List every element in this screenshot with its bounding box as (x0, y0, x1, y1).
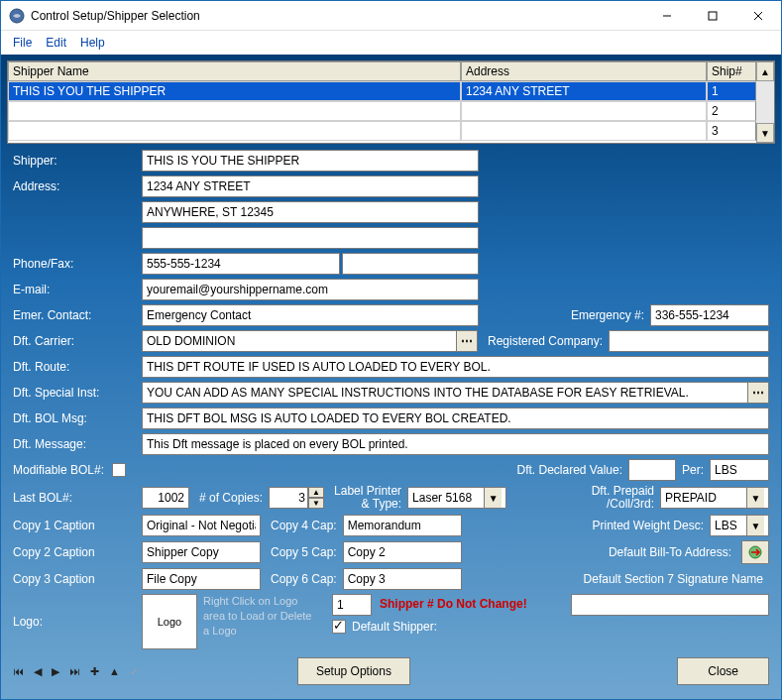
label-dft-bol-msg: Dft. BOL Msg: (13, 411, 142, 425)
logo-drop-area[interactable]: Logo (142, 594, 197, 649)
grid-row[interactable]: 3 (8, 121, 756, 141)
app-icon (9, 8, 25, 24)
dft-carrier-field[interactable] (142, 330, 457, 352)
grid-col-address[interactable]: Address (461, 61, 707, 81)
label-dft-route: Dft. Route: (13, 360, 142, 374)
reg-company-field[interactable] (609, 330, 769, 352)
label-phone: Phone/Fax: (13, 257, 142, 271)
printed-weight-select[interactable]: LBS▼ (710, 515, 769, 536)
chevron-down-icon: ▼ (746, 488, 764, 508)
sec7-name-field[interactable] (571, 594, 769, 616)
chevron-down-icon: ▼ (746, 516, 764, 535)
mod-bol-checkbox[interactable] (112, 463, 126, 477)
scroll-down-icon[interactable]: ▼ (756, 123, 774, 143)
shipper-number-field[interactable] (332, 594, 372, 616)
label-copy3: Copy 3 Caption (13, 572, 142, 586)
decl-val-field[interactable] (628, 459, 676, 481)
nav-add-icon[interactable]: ✚ (90, 665, 99, 678)
copy5-field[interactable] (343, 541, 462, 563)
shipper-field[interactable] (142, 150, 479, 172)
per-field[interactable] (710, 459, 769, 481)
address1-field[interactable] (142, 175, 479, 197)
phone-field[interactable] (142, 253, 340, 275)
nav-next-icon[interactable]: ▶ (52, 665, 59, 678)
close-button[interactable]: Close (677, 657, 769, 685)
grid-row[interactable]: THIS IS YOU THE SHIPPER 1234 ANY STREET … (8, 81, 756, 101)
close-window-button[interactable] (735, 1, 781, 31)
copy4-field[interactable] (343, 515, 462, 536)
nav-prev-icon[interactable]: ◀ (34, 665, 42, 678)
label-label-printer: Label Printer & Type: (324, 485, 407, 511)
menu-file[interactable]: File (13, 36, 32, 50)
fax-field[interactable] (342, 253, 479, 275)
grid-header: Shipper Name Address Ship# (8, 61, 756, 81)
label-default-billto: Default Bill-To Address: (599, 545, 737, 559)
logo-hint-text: Right Click on Logo area to Load or Dele… (203, 594, 312, 639)
client-area: Shipper Name Address Ship# THIS IS YOU T… (1, 55, 781, 699)
label-email: E-mail: (13, 283, 142, 296)
spin-up-icon[interactable]: ▲ (308, 487, 324, 498)
label-dft-special: Dft. Special Inst: (13, 386, 142, 400)
shipper-grid: Shipper Name Address Ship# THIS IS YOU T… (7, 60, 775, 144)
grid-col-shipno[interactable]: Ship# (707, 61, 756, 81)
nav-post-icon[interactable]: ✓ (130, 665, 139, 678)
setup-options-button[interactable]: Setup Options (297, 657, 410, 685)
email-field[interactable] (142, 279, 479, 300)
label-dft-prepaid: Dft. Prepaid /Coll/3rd: (582, 485, 660, 511)
window-frame: Control Setup/Shipper Selection File Edi… (0, 0, 782, 700)
grid-col-shipper[interactable]: Shipper Name (8, 61, 461, 81)
label-decl-val: Dft. Declared Value: (506, 463, 628, 477)
default-shipper-checkbox[interactable] (332, 620, 346, 634)
label-default-shipper: Default Shipper: (346, 620, 443, 634)
label-copies: # of Copies: (189, 491, 269, 505)
copy6-field[interactable] (343, 568, 462, 590)
dft-prepaid-select[interactable]: PREPAID▼ (660, 487, 769, 509)
nav-last-icon[interactable]: ⏭ (69, 665, 80, 677)
carrier-lookup-button[interactable]: ⋯ (456, 330, 478, 352)
nav-edit-icon[interactable]: ▲ (109, 665, 120, 677)
titlebar: Control Setup/Shipper Selection (1, 1, 781, 31)
label-printed-weight: Printed Weight Desc: (583, 519, 711, 532)
label-copy6: Copy 6 Cap: (261, 572, 343, 586)
grid-scrollbar[interactable]: ▲ ▼ (756, 61, 774, 143)
label-address: Address: (13, 179, 142, 193)
label-mod-bol: Modifiable BOL#: (13, 463, 112, 477)
minimize-button[interactable] (644, 1, 690, 31)
dft-message-field[interactable] (142, 433, 769, 455)
dft-bol-msg-field[interactable] (142, 408, 769, 429)
copies-spinner[interactable]: ▲▼ (269, 487, 324, 509)
grid-row[interactable]: 2 (8, 101, 756, 121)
spin-down-icon[interactable]: ▼ (308, 498, 324, 509)
last-bol-field[interactable] (142, 487, 189, 509)
copy1-field[interactable] (142, 515, 261, 536)
address2-field[interactable] (142, 201, 479, 223)
emer-contact-field[interactable] (142, 304, 479, 326)
svg-rect-2 (709, 12, 717, 20)
maximize-button[interactable] (690, 1, 735, 31)
label-per: Per: (676, 463, 710, 477)
label-default-sec7: Default Section 7 Signature Name (574, 572, 769, 586)
label-logo: Logo: (13, 615, 142, 629)
label-dft-carrier: Dft. Carrier: (13, 334, 142, 348)
label-printer-select[interactable]: Laser 5168▼ (407, 487, 506, 509)
billto-lookup-button[interactable] (741, 540, 769, 564)
nav-first-icon[interactable]: ⏮ (13, 665, 24, 677)
menu-help[interactable]: Help (80, 36, 105, 50)
dft-special-field[interactable] (142, 382, 748, 404)
menu-edit[interactable]: Edit (46, 36, 66, 50)
dft-route-field[interactable] (142, 356, 769, 378)
scroll-up-icon[interactable]: ▲ (756, 61, 774, 81)
chevron-down-icon: ▼ (484, 488, 502, 508)
copy3-field[interactable] (142, 568, 261, 590)
record-navigator: ⏮ ◀ ▶ ⏭ ✚ ▲ ✓ (13, 665, 139, 678)
special-inst-lookup-button[interactable]: ⋯ (747, 382, 769, 404)
copy2-field[interactable] (142, 541, 261, 563)
address3-field[interactable] (142, 227, 479, 249)
label-last-bol: Last BOL#: (13, 491, 142, 505)
emer-num-field[interactable] (650, 304, 769, 326)
copies-input[interactable] (269, 487, 308, 509)
label-dft-message: Dft. Message: (13, 437, 142, 451)
label-copy2: Copy 2 Caption (13, 545, 142, 559)
shipper-no-warning: Shipper # Do Not Change! (380, 598, 527, 612)
label-copy4: Copy 4 Cap: (261, 519, 343, 532)
